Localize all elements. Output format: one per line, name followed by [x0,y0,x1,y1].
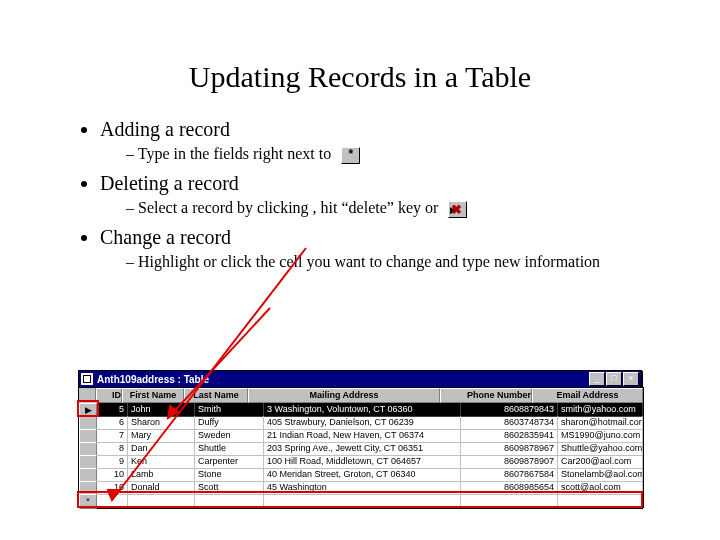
cell-id[interactable]: 6 [97,416,128,430]
cell-addr[interactable]: 3 Washington, Voluntown, CT 06360 [264,403,461,417]
cell-last[interactable]: Sweden [195,429,264,443]
cell-addr[interactable]: 405 Strawbury, Danielson, CT 06239 [264,416,461,430]
cell-last[interactable]: Shuttle [195,442,264,456]
sub-change: Highlight or click the cell you want to … [126,253,650,271]
cell-id[interactable]: 9 [97,455,128,469]
cell-addr[interactable]: 40 Meridan Street, Groton, CT 06340 [264,468,461,482]
bullet-adding-label: Adding a record [100,118,230,140]
table-row[interactable]: 16DonaldScott45 Washington8608985654scot… [79,481,643,494]
cell-email[interactable]: scott@aol.com [558,481,643,495]
column-email[interactable]: Email Address [532,388,643,403]
cell-phone[interactable]: 8602835941 [461,429,558,443]
cell-email[interactable]: sharon@hotmail.com [558,416,643,430]
sub-adding-text: Type in the fields right next to [138,145,332,162]
table-row[interactable]: 8DanShuttle203 Spring Ave., Jewett City,… [79,442,643,455]
cell-id[interactable]: 5 [97,403,128,417]
column-addr[interactable]: Mailing Address [248,388,440,403]
new-cell[interactable] [264,494,461,508]
cell-email[interactable]: Car200@aol.com [558,455,643,469]
cell-email[interactable]: MS1990@juno.com [558,429,643,443]
table-row[interactable]: 9KenCarpenter100 Hill Road, Middletown, … [79,455,643,468]
page-title: Updating Records in a Table [70,60,650,94]
cell-first[interactable]: Dan [128,442,195,456]
cell-phone[interactable]: 8608879843 [461,403,558,417]
cell-email[interactable]: Stonelamb@aol.com [558,468,643,482]
sub-adding: Type in the fields right next to * [126,145,650,164]
column-id[interactable]: ID [96,388,122,403]
new-record-marker[interactable]: * [79,494,97,509]
cell-last[interactable]: Duffy [195,416,264,430]
cell-email[interactable]: Shuttle@yahoo.com [558,442,643,456]
select-all-cell[interactable] [79,388,96,402]
sub-deleting-text: Select a record by clicking , hit “delet… [138,199,438,216]
table-row[interactable]: 7MarySweden21 Indian Road, New Haven, CT… [79,429,643,442]
close-button[interactable]: × [623,372,639,386]
cell-first[interactable]: Ken [128,455,195,469]
new-cell[interactable] [461,494,558,508]
cell-last[interactable]: Carpenter [195,455,264,469]
cell-email[interactable]: smith@yahoo.com [558,403,643,417]
cell-last[interactable]: Scott [195,481,264,495]
delete-record-icon: ▶ ✖ [448,201,467,218]
cell-addr[interactable]: 203 Spring Ave., Jewett City, CT 06351 [264,442,461,456]
cell-phone[interactable]: 8603748734 [461,416,558,430]
cell-id[interactable]: 16 [97,481,128,495]
cell-last[interactable]: Smith [195,403,264,417]
column-last[interactable]: Last Name [184,388,248,403]
new-cell[interactable] [195,494,264,508]
cell-last[interactable]: Stone [195,468,264,482]
sub-change-text: Highlight or click the cell you want to … [138,253,600,270]
asterisk-icon: * [341,147,360,164]
datasheet-grid[interactable]: ID First Name Last Name Mailing Address … [78,387,644,508]
cell-id[interactable]: 10 [97,468,128,482]
bullet-change: Change a record Highlight or click the c… [100,226,650,271]
cell-phone[interactable]: 8608985654 [461,481,558,495]
column-phone[interactable]: Phone Number [440,388,532,403]
bullet-deleting-label: Deleting a record [100,172,239,194]
cell-addr[interactable]: 21 Indian Road, New Haven, CT 06374 [264,429,461,443]
new-cell[interactable] [128,494,195,508]
new-cell[interactable] [558,494,643,508]
column-headers: ID First Name Last Name Mailing Address … [79,388,643,403]
bullet-deleting: Deleting a record Select a record by cli… [100,172,650,218]
cell-addr[interactable]: 45 Washington [264,481,461,495]
cell-phone[interactable]: 8609878967 [461,442,558,456]
cell-id[interactable]: 7 [97,429,128,443]
sub-deleting: Select a record by clicking , hit “delet… [126,199,650,218]
bullet-change-label: Change a record [100,226,231,248]
cell-phone[interactable]: 8607867584 [461,468,558,482]
new-cell[interactable] [97,494,128,508]
cell-first[interactable]: Sharon [128,416,195,430]
titlebar[interactable]: Anth109address : Table _ □ × [78,370,642,387]
bullet-adding: Adding a record Type in the fields right… [100,118,650,164]
access-table-window: Anth109address : Table _ □ × ID First Na… [78,370,642,508]
cell-first[interactable]: Mary [128,429,195,443]
cell-phone[interactable]: 8609878907 [461,455,558,469]
new-record-row[interactable]: * [79,494,643,507]
cell-id[interactable]: 8 [97,442,128,456]
cell-first[interactable]: Donald [128,481,195,495]
table-row[interactable]: 10LambStone40 Meridan Street, Groton, CT… [79,468,643,481]
maximize-button[interactable]: □ [606,372,622,386]
cell-first[interactable]: Lamb [128,468,195,482]
column-first[interactable]: First Name [122,388,184,403]
cell-addr[interactable]: 100 Hill Road, Middletown, CT 064657 [264,455,461,469]
table-row[interactable]: ▶5JohnSmith3 Washington, Voluntown, CT 0… [79,403,643,416]
system-menu-icon[interactable] [81,373,93,385]
minimize-button[interactable]: _ [589,372,605,386]
cell-first[interactable]: John [128,403,195,417]
table-row[interactable]: 6SharonDuffy405 Strawbury, Danielson, CT… [79,416,643,429]
window-title: Anth109address : Table [97,374,589,385]
